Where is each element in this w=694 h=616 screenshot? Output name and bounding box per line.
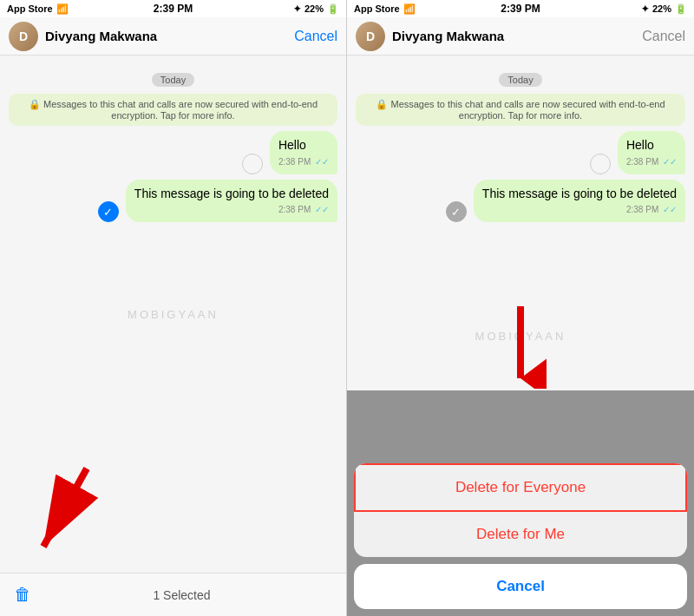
- time-tick-hello: 2:38 PM ✓✓: [278, 156, 329, 168]
- left-chat-area: Today 🔒 Messages to this chat and calls …: [0, 56, 346, 573]
- message-row-delete: This message is going to be deleted 2:38…: [9, 180, 337, 223]
- system-message: 🔒 Messages to this chat and calls are no…: [9, 94, 337, 126]
- right-wifi-icon: 📶: [403, 3, 416, 15]
- right-battery-icon: 🔋: [675, 3, 687, 15]
- bubble-hello: Hello 2:38 PM ✓✓: [270, 131, 337, 174]
- delete-for-everyone-button[interactable]: Delete for Everyone: [354, 463, 687, 512]
- bubble-delete: This message is going to be deleted 2:38…: [126, 180, 337, 223]
- battery-icon: 🔋: [327, 3, 339, 15]
- right-app-store-label: App Store: [354, 3, 400, 14]
- cancel-button[interactable]: Cancel: [294, 29, 337, 44]
- right-message-row-delete: ✓ This message is going to be deleted 2:…: [356, 180, 685, 223]
- action-sheet: Delete for Everyone Delete for Me: [354, 463, 687, 557]
- right-time-tick-hello: 2:38 PM ✓✓: [626, 156, 677, 168]
- right-status-time: 2:39 PM: [465, 3, 576, 15]
- status-left: App Store 📶: [7, 3, 118, 15]
- right-phone-panel: App Store 📶 2:39 PM ✦ 22% 🔋 D Divyang Ma…: [347, 0, 694, 616]
- wifi-icon: 📶: [56, 3, 69, 15]
- bluetooth-icon: ✦: [293, 3, 301, 15]
- right-nav-bar: D Divyang Makwana Cancel: [347, 17, 694, 56]
- right-date-badge: Today: [356, 71, 685, 87]
- watermark-right: MOBIGYAAN: [475, 330, 566, 343]
- right-cancel-button[interactable]: Cancel: [642, 29, 685, 44]
- battery-label: 22%: [304, 3, 324, 14]
- right-select-circle-delete[interactable]: ✓: [446, 201, 467, 222]
- message-row-hello: Hello 2:38 PM ✓✓: [9, 131, 337, 174]
- contact-avatar: D: [9, 22, 38, 51]
- delete-for-me-button[interactable]: Delete for Me: [354, 512, 687, 557]
- right-system-message: 🔒 Messages to this chat and calls are no…: [356, 94, 685, 126]
- time-tick-delete: 2:38 PM ✓✓: [134, 204, 329, 216]
- status-right: ✦ 22% 🔋: [228, 3, 339, 15]
- right-status-right: ✦ 22% 🔋: [576, 3, 687, 15]
- trash-icon[interactable]: 🗑: [14, 585, 31, 605]
- left-bottom-bar: 🗑 1 Selected: [0, 573, 346, 616]
- action-sheet-cancel-button[interactable]: Cancel: [354, 564, 687, 609]
- right-select-circle-hello[interactable]: [590, 154, 611, 174]
- right-message-row-hello: Hello 2:38 PM ✓✓: [356, 131, 685, 174]
- app-store-label: App Store: [7, 3, 53, 14]
- left-status-bar: App Store 📶 2:39 PM ✦ 22% 🔋: [0, 0, 346, 17]
- action-sheet-overlay: Delete for Everyone Delete for Me Cancel: [347, 390, 694, 616]
- date-badge: Today: [9, 71, 337, 87]
- left-phone-panel: App Store 📶 2:39 PM ✦ 22% 🔋 D Divyang Ma…: [0, 0, 347, 616]
- right-time-tick-delete: 2:38 PM ✓✓: [482, 204, 677, 216]
- right-bubble-delete: This message is going to be deleted 2:38…: [474, 180, 685, 223]
- select-circle-hello[interactable]: [242, 154, 263, 174]
- left-nav-bar: D Divyang Makwana Cancel: [0, 17, 346, 56]
- right-contact-name: Divyang Makwana: [392, 29, 642, 43]
- watermark-left: MOBIGYAAN: [128, 308, 219, 321]
- right-contact-avatar: D: [356, 22, 385, 51]
- selected-count: 1 Selected: [31, 588, 332, 602]
- contact-name: Divyang Makwana: [45, 29, 294, 43]
- status-time: 2:39 PM: [118, 3, 229, 15]
- right-battery-label: 22%: [652, 3, 671, 14]
- right-status-bar: App Store 📶 2:39 PM ✦ 22% 🔋: [347, 0, 694, 17]
- right-bluetooth-icon: ✦: [641, 3, 649, 15]
- right-status-left: App Store 📶: [354, 3, 465, 15]
- right-bubble-hello: Hello 2:38 PM ✓✓: [618, 131, 685, 174]
- select-circle-delete[interactable]: [98, 201, 119, 222]
